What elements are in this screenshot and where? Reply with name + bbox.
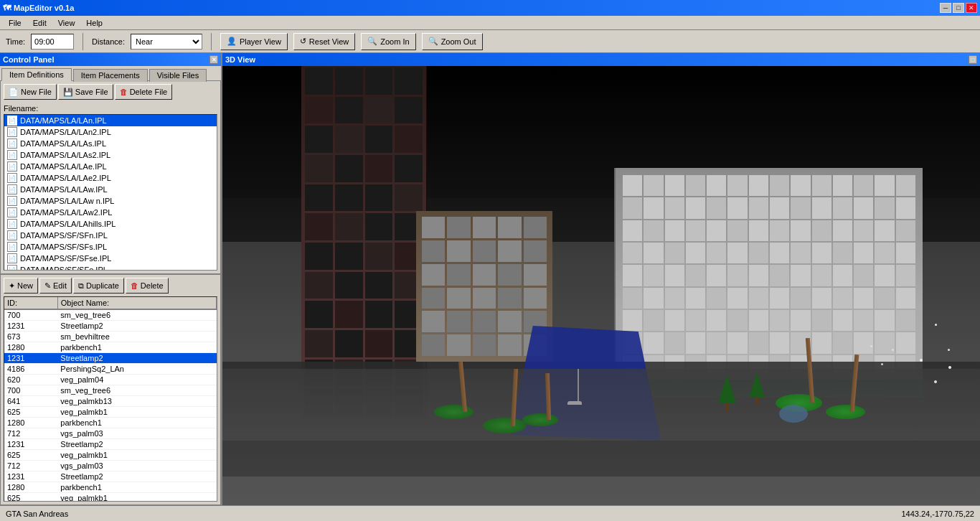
mid-building-windows bbox=[422, 217, 547, 356]
table-row[interactable]: 625veg_palmkb1 bbox=[4, 450, 217, 461]
table-row[interactable]: 4186PershingSq2_LAn bbox=[4, 364, 217, 375]
player-view-button[interactable]: 👤 Player View bbox=[220, 33, 288, 50]
col-id: ID: bbox=[4, 297, 57, 309]
table-row[interactable]: 1231Streetlamp2 bbox=[4, 321, 217, 332]
delete-file-icon: 🗑 bbox=[120, 88, 128, 96]
table-row[interactable]: 620veg_palm04 bbox=[4, 375, 217, 385]
table-row[interactable]: 625veg_palmkb1 bbox=[4, 407, 217, 418]
table-row[interactable]: 1280parkbench1 bbox=[4, 482, 217, 493]
file-icon: 📄 bbox=[7, 150, 17, 160]
tabs: Item Definitions Item Placements Visible… bbox=[0, 66, 221, 80]
zoom-in-button[interactable]: 🔍 Zoom In bbox=[361, 33, 415, 50]
tab-item-placements[interactable]: Item Placements bbox=[73, 69, 148, 82]
file-item[interactable]: 📄DATA/MAPS/LA/LAs.IPL bbox=[4, 138, 217, 149]
file-icon: 📄 bbox=[7, 219, 17, 229]
maximize-button[interactable]: □ bbox=[953, 3, 964, 13]
delete-item-button[interactable]: 🗑 Delete bbox=[126, 278, 169, 294]
file-item[interactable]: 📄DATA/MAPS/SF/SFs.IPL bbox=[4, 241, 217, 253]
file-icon: 📄 bbox=[7, 139, 17, 149]
control-panel-title: Control Panel bbox=[3, 55, 55, 64]
new-file-button[interactable]: 📄 New File bbox=[4, 84, 57, 100]
table-row[interactable]: 700sm_veg_tree6 bbox=[4, 385, 217, 396]
file-item[interactable]: 📄DATA/MAPS/LA/LAs2.IPL bbox=[4, 149, 217, 161]
item-tbody: 700sm_veg_tree61231Streetlamp2673sm_bevh… bbox=[4, 309, 217, 502]
item-name: veg_palmkb13 bbox=[57, 396, 216, 407]
table-row[interactable]: 1231Streetlamp2 bbox=[4, 439, 217, 450]
table-row[interactable]: 1280parkbench1 bbox=[4, 342, 217, 353]
zoom-out-button[interactable]: 🔍 Zoom Out bbox=[422, 33, 483, 50]
item-name: parkbench1 bbox=[57, 482, 216, 493]
panel-close-button[interactable]: ✕ bbox=[209, 55, 218, 64]
item-id: 1231 bbox=[4, 439, 57, 450]
file-list[interactable]: 📄DATA/MAPS/LA/LAn.IPL📄DATA/MAPS/LA/LAn2.… bbox=[4, 114, 217, 271]
file-item[interactable]: 📄DATA/MAPS/LA/LAw2.IPL bbox=[4, 207, 217, 218]
menu-edit[interactable]: Edit bbox=[27, 18, 52, 28]
menu-file[interactable]: File bbox=[3, 18, 27, 28]
menu-view[interactable]: View bbox=[52, 18, 81, 28]
distance-select[interactable]: Near Medium Far bbox=[131, 34, 202, 50]
file-item[interactable]: 📄DATA/MAPS/LA/LAn.IPL bbox=[4, 115, 217, 126]
item-name: sm_bevhiltree bbox=[57, 332, 216, 342]
file-item[interactable]: 📄DATA/MAPS/LA/LAw n.IPL bbox=[4, 195, 217, 207]
table-row[interactable]: 1280parkbench1 bbox=[4, 418, 217, 428]
player-view-label: Player View bbox=[240, 37, 281, 46]
file-item[interactable]: 📄DATA/MAPS/LA/LAe.IPL bbox=[4, 161, 217, 172]
file-item[interactable]: 📄DATA/MAPS/LA/LAw.IPL bbox=[4, 184, 217, 195]
file-item[interactable]: 📄DATA/MAPS/LA/LAhills.IPL bbox=[4, 218, 217, 230]
item-id: 4186 bbox=[4, 364, 57, 375]
file-item[interactable]: 📄DATA/MAPS/LA/LAn2.IPL bbox=[4, 126, 217, 138]
table-row[interactable]: 1231Streetlamp2 bbox=[4, 353, 217, 364]
item-name: Streetlamp2 bbox=[57, 439, 216, 450]
time-input[interactable] bbox=[31, 34, 74, 50]
zoom-in-icon: 🔍 bbox=[367, 37, 377, 46]
delete-file-button[interactable]: 🗑 Delete File bbox=[115, 84, 173, 100]
menu-bar: File Edit View Help bbox=[0, 16, 980, 30]
item-name: sm_veg_tree6 bbox=[57, 385, 216, 396]
file-icon: 📄 bbox=[7, 196, 17, 206]
view-maximize-button[interactable]: □ bbox=[969, 55, 977, 64]
palm-tree-4 bbox=[797, 338, 822, 412]
new-item-button[interactable]: ✦ New bbox=[4, 278, 38, 294]
time-label: Time: bbox=[6, 37, 25, 46]
file-item[interactable]: 📄DATA/MAPS/SF/SFse.IPL bbox=[4, 253, 217, 264]
menu-help[interactable]: Help bbox=[80, 18, 108, 28]
tree-1 bbox=[749, 372, 765, 405]
app-title: MapEditor v0.1a bbox=[14, 4, 74, 12]
edit-item-button[interactable]: ✎ Edit bbox=[39, 278, 72, 294]
file-icon: 📄 bbox=[7, 116, 17, 126]
reset-view-label: Reset View bbox=[309, 37, 349, 46]
distant-lights-3 bbox=[935, 324, 937, 326]
duplicate-item-icon: ⧉ bbox=[78, 281, 84, 291]
close-button[interactable]: ✕ bbox=[966, 3, 977, 13]
item-table: ID: Object Name: 700sm_veg_tree61231Stre… bbox=[4, 297, 217, 502]
table-row[interactable]: 673sm_bevhiltree bbox=[4, 332, 217, 342]
table-row[interactable]: 625veg_palmkb1 bbox=[4, 493, 217, 502]
table-row[interactable]: 700sm_veg_tree6 bbox=[4, 309, 217, 321]
distant-lights-1 bbox=[920, 359, 923, 362]
file-item[interactable]: 📄DATA/MAPS/SF/SFn.IPL bbox=[4, 230, 217, 241]
view-canvas[interactable] bbox=[222, 66, 980, 505]
file-item[interactable]: 📄DATA/MAPS/SF/SFe.IPL bbox=[4, 264, 217, 271]
duplicate-item-button[interactable]: ⧉ Duplicate bbox=[73, 278, 124, 294]
item-name: vgs_palm03 bbox=[57, 428, 216, 439]
item-id: 625 bbox=[4, 407, 57, 418]
file-item[interactable]: 📄DATA/MAPS/LA/LAe2.IPL bbox=[4, 172, 217, 184]
reset-view-button[interactable]: ↺ Reset View bbox=[293, 33, 355, 50]
table-row[interactable]: 712vgs_palm03 bbox=[4, 461, 217, 471]
tab-item-definitions[interactable]: Item Definitions bbox=[1, 68, 72, 81]
item-table-container[interactable]: ID: Object Name: 700sm_veg_tree61231Stre… bbox=[4, 296, 217, 502]
table-row[interactable]: 641veg_palmkb13 bbox=[4, 396, 217, 407]
table-row[interactable]: 712vgs_palm03 bbox=[4, 428, 217, 439]
table-row[interactable]: 1231Streetlamp2 bbox=[4, 471, 217, 482]
distance-label: Distance: bbox=[92, 37, 125, 46]
toolbar-separator-2 bbox=[211, 33, 212, 50]
item-id: 620 bbox=[4, 375, 57, 385]
file-buttons: 📄 New File 💾 Save File 🗑 Delete File bbox=[1, 81, 220, 103]
palm-tree-2 bbox=[502, 369, 526, 433]
save-file-button[interactable]: 💾 Save File bbox=[58, 84, 113, 100]
item-id: 1231 bbox=[4, 353, 57, 364]
tree-2 bbox=[718, 375, 736, 412]
tab-visible-files[interactable]: Visible Files bbox=[149, 69, 207, 82]
distant-lights-2 bbox=[870, 345, 872, 347]
minimize-button[interactable]: ─ bbox=[940, 3, 951, 13]
